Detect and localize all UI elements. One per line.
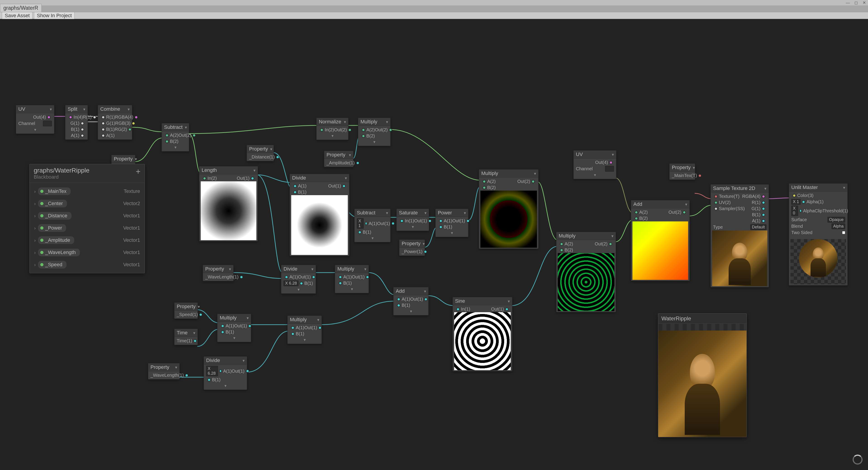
blend-dropdown[interactable]: Alpha bbox=[832, 224, 845, 229]
node-split[interactable]: Split In(4)R(1) G(1) B(1) A(1) bbox=[65, 105, 88, 140]
node-prop-distance[interactable]: Property _Distance(1) bbox=[247, 145, 274, 161]
node-uv2[interactable]: UV Out(4) Channel ▾ bbox=[574, 150, 616, 179]
blackboard-item[interactable]: ›_WaveLengthVector1 bbox=[33, 246, 141, 259]
collapse-caret[interactable]: ▾ bbox=[18, 127, 53, 133]
minimize-icon[interactable]: — bbox=[845, 1, 850, 5]
chevron-right-icon[interactable]: › bbox=[34, 250, 36, 255]
node-prop-speed[interactable]: Property _Speed(1) bbox=[174, 302, 198, 319]
property-pill[interactable]: _Distance bbox=[38, 212, 71, 219]
chevron-down-icon[interactable] bbox=[384, 119, 388, 125]
tab-graph[interactable]: graphs/WaterR bbox=[0, 4, 42, 12]
chevron-down-icon[interactable] bbox=[195, 303, 200, 310]
chevron-down-icon[interactable] bbox=[183, 124, 187, 130]
clip-field[interactable]: X 0 bbox=[791, 206, 798, 216]
node-sample-texture2d[interactable]: Sample Texture 2D Texture(T)RGBA(4) UV(2… bbox=[711, 184, 769, 287]
divide2-x-field[interactable]: X 6.28 bbox=[283, 281, 299, 286]
maximize-icon[interactable]: ◻ bbox=[854, 1, 859, 5]
chevron-down-icon[interactable] bbox=[343, 175, 347, 181]
chevron-down-icon[interactable] bbox=[462, 210, 466, 216]
divide3-x-field[interactable]: X 6.28 bbox=[206, 366, 218, 376]
chevron-down-icon[interactable] bbox=[125, 106, 130, 112]
chevron-down-icon[interactable] bbox=[362, 266, 366, 272]
close-icon[interactable]: ✕ bbox=[862, 1, 867, 5]
node-prop-amplitude[interactable]: Property _Amplitude(1) bbox=[324, 151, 353, 167]
node-divide3[interactable]: Divide X 6.28A(1)Out(1) B(1) ▾ bbox=[204, 356, 247, 390]
property-pill[interactable]: _Amplitude bbox=[38, 236, 74, 244]
node-subtract[interactable]: Subtract A(2)Out(2) B(2) ▾ bbox=[161, 123, 189, 151]
chevron-down-icon[interactable] bbox=[505, 298, 510, 304]
node-saturate[interactable]: Saturate In(1)Out(1) ▾ bbox=[397, 209, 429, 231]
node-prop-maintex[interactable]: Property _MainTex(T) bbox=[669, 164, 695, 180]
node-multiply-freq[interactable]: Multiply A(1)Out(1) B(1) ▾ bbox=[287, 316, 322, 344]
subtract-x-field[interactable]: X 1 bbox=[357, 218, 364, 229]
chevron-down-icon[interactable] bbox=[762, 185, 766, 191]
chevron-down-icon[interactable] bbox=[347, 152, 351, 158]
blackboard-item[interactable]: ›_CenterVector2 bbox=[33, 198, 141, 210]
chevron-down-icon[interactable] bbox=[384, 210, 388, 216]
node-normalize[interactable]: Normalize In(2)Out(2) ▾ bbox=[316, 118, 348, 140]
chevron-down-icon[interactable] bbox=[610, 151, 614, 157]
chevron-down-icon[interactable] bbox=[244, 315, 249, 321]
chevron-down-icon[interactable] bbox=[422, 288, 426, 294]
chevron-right-icon[interactable]: › bbox=[34, 226, 36, 231]
blackboard-item[interactable]: ›_AmplitudeVector1 bbox=[33, 234, 141, 246]
chevron-down-icon[interactable] bbox=[841, 184, 845, 190]
alpha-field[interactable]: X 1 bbox=[791, 199, 801, 205]
node-multiply-wave[interactable]: Multiply A(1)Out(1) B(1) ▾ bbox=[335, 265, 369, 293]
chevron-down-icon[interactable] bbox=[81, 106, 85, 112]
channel-dropdown[interactable] bbox=[43, 121, 52, 126]
chevron-right-icon[interactable]: › bbox=[34, 213, 36, 218]
node-sine[interactable]: Sine In(1)Out(1) bbox=[453, 297, 512, 371]
chevron-down-icon[interactable] bbox=[251, 167, 255, 173]
two-sided-checkbox[interactable] bbox=[842, 231, 845, 234]
add-icon[interactable]: + bbox=[136, 167, 141, 176]
port-out[interactable] bbox=[47, 116, 51, 119]
chevron-down-icon[interactable] bbox=[191, 330, 195, 336]
blackboard-panel[interactable]: graphs/WaterRipple Blackboard + ›_MainTe… bbox=[29, 164, 145, 273]
node-divide1[interactable]: Divide A(1)Out(1) B(1) bbox=[290, 174, 349, 256]
blackboard-item[interactable]: ›_DistanceVector1 bbox=[33, 210, 141, 222]
property-pill[interactable]: _WaveLength bbox=[38, 248, 80, 256]
node-prop-wavelength2[interactable]: Property _WaveLength(1) bbox=[148, 363, 180, 379]
chevron-down-icon[interactable] bbox=[309, 266, 313, 272]
node-multiply-sine[interactable]: Multiply A(2)Out(2) B(2) bbox=[556, 232, 616, 312]
node-add2[interactable]: Add A(2)Out(2) B(2) bbox=[631, 200, 690, 281]
chevron-down-icon[interactable] bbox=[227, 266, 231, 272]
chevron-down-icon[interactable] bbox=[609, 233, 614, 239]
chevron-right-icon[interactable]: › bbox=[34, 262, 36, 267]
node-prop-wavelength[interactable]: Property _WaveLength(1) bbox=[203, 265, 234, 281]
property-pill[interactable]: _MainTex bbox=[38, 187, 71, 195]
channel-dropdown[interactable] bbox=[605, 166, 614, 172]
blackboard-item[interactable]: ›_SpeedVector1 bbox=[33, 259, 141, 271]
node-subtract2[interactable]: Subtract X 1A(1)Out(1) B(1) ▾ bbox=[354, 209, 391, 242]
node-combine[interactable]: Combine R(1)RGBA(4) G(1)RGB(3) B(1)RG(2)… bbox=[98, 105, 132, 140]
chevron-down-icon[interactable] bbox=[240, 357, 245, 363]
main-preview-panel[interactable]: WaterRipple bbox=[658, 313, 747, 437]
node-length[interactable]: Length In(2)Out(1) bbox=[199, 166, 258, 241]
chevron-down-icon[interactable] bbox=[421, 241, 425, 246]
blackboard-item[interactable]: ›_PowerVector1 bbox=[33, 222, 141, 234]
save-asset-button[interactable]: Save Asset bbox=[2, 12, 33, 19]
chevron-right-icon[interactable]: › bbox=[34, 238, 36, 243]
chevron-down-icon[interactable] bbox=[691, 165, 695, 171]
chevron-down-icon[interactable] bbox=[48, 106, 52, 112]
node-add1[interactable]: Add A(1)Out(1) B(1) ▾ bbox=[393, 287, 429, 315]
property-pill[interactable]: _Center bbox=[38, 200, 67, 207]
node-time[interactable]: Time Time(1) bbox=[174, 329, 198, 345]
chevron-down-icon[interactable] bbox=[133, 156, 137, 162]
chevron-right-icon[interactable]: › bbox=[34, 189, 36, 194]
node-prop-power[interactable]: Property _Power(1) bbox=[399, 239, 425, 256]
chevron-down-icon[interactable] bbox=[268, 146, 272, 152]
node-divide2[interactable]: Divide A(1)Out(1) X 6.28B(1) ▾ bbox=[281, 265, 316, 294]
chevron-down-icon[interactable] bbox=[683, 201, 687, 207]
chevron-down-icon[interactable] bbox=[315, 317, 319, 323]
chevron-down-icon[interactable] bbox=[422, 210, 427, 216]
type-dropdown[interactable]: Default bbox=[750, 224, 766, 230]
node-power[interactable]: Power A(1)Out(1) B(1) ▾ bbox=[435, 209, 468, 237]
node-unlit-master[interactable]: Unlit Master Color(3) X 1Alpha(1) X 0Alp… bbox=[789, 183, 848, 286]
chevron-right-icon[interactable]: › bbox=[34, 201, 36, 206]
surface-dropdown[interactable]: Opaque bbox=[828, 217, 845, 223]
blackboard-item[interactable]: ›_MainTexTexture bbox=[33, 185, 141, 198]
chevron-down-icon[interactable] bbox=[532, 171, 536, 176]
graph-canvas[interactable]: UV Out(4) Channel ▾ Split In(4)R(1) G(1)… bbox=[0, 19, 868, 470]
